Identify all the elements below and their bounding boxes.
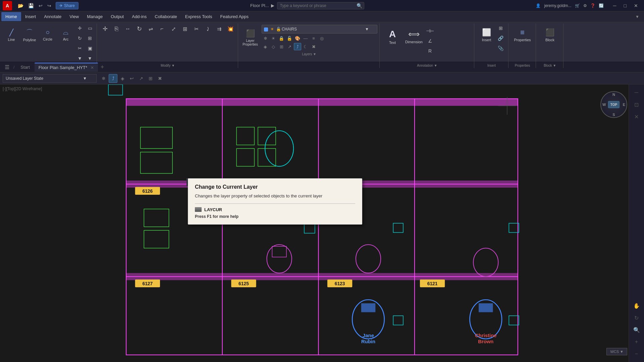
cart-icon[interactable]: 🛒 <box>575 3 580 8</box>
ls-lock-btn[interactable]: ↗ <box>137 74 146 83</box>
floor-plan-tab[interactable]: Floor Plan Sample_HYT* ✕ <box>35 63 98 72</box>
lock-layer-btn[interactable]: 🔒 <box>278 35 285 42</box>
rp-pan-btn[interactable]: ✋ <box>631 300 642 311</box>
array-btn[interactable]: ⊞ <box>179 23 190 34</box>
grid-button[interactable]: ⊞ <box>85 34 95 43</box>
insert-small-btn3[interactable]: 📎 <box>496 44 505 53</box>
off-btn[interactable]: ☾ <box>302 43 309 50</box>
rp-close-btn[interactable]: ✕ <box>631 111 642 122</box>
settings-icon[interactable]: ⚙ <box>583 3 587 8</box>
stretch-btn[interactable]: ↔ <box>122 23 133 34</box>
share-button[interactable]: ✈ Share <box>56 2 78 9</box>
ls-thaw-vp-btn[interactable]: ↩ <box>127 74 136 83</box>
maximize-button[interactable]: □ <box>621 2 630 10</box>
modify-expand[interactable]: ▼ <box>171 64 175 67</box>
annotation-expand[interactable]: ▼ <box>434 64 437 67</box>
move-button[interactable]: ✛ <box>75 23 85 33</box>
change-current-btn[interactable]: ⤴ <box>294 43 301 50</box>
line-button[interactable]: ╱ Line <box>3 23 20 46</box>
start-tab[interactable]: Start <box>16 63 34 71</box>
color-layer-btn[interactable]: 🎨 <box>294 35 301 42</box>
draw-more-button[interactable]: ▼ <box>75 54 85 63</box>
redo-button[interactable]: ↪ <box>46 2 53 9</box>
menu-express[interactable]: Express Tools <box>181 12 216 21</box>
menu-manage[interactable]: Manage <box>83 12 107 21</box>
add-tab-button[interactable]: + <box>99 63 106 72</box>
freeze-layer-btn[interactable]: ❄ <box>262 35 269 42</box>
scale-btn[interactable]: ⤢ <box>168 23 179 34</box>
ls-unlock-btn[interactable]: ⊞ <box>146 74 155 83</box>
menu-output[interactable]: Output <box>107 12 128 21</box>
unisolate-btn[interactable]: ◇ <box>270 43 277 50</box>
move-modify-btn[interactable]: ✛ <box>100 23 110 34</box>
thaw-layer-btn[interactable]: ☀ <box>270 35 277 42</box>
menu-featured[interactable]: Featured Apps <box>216 12 253 21</box>
transparency-btn[interactable]: ◎ <box>318 35 325 42</box>
dimension-button[interactable]: ⟺ Dimension <box>404 25 424 48</box>
ls-freeze-all-btn[interactable]: ❄ <box>99 74 108 83</box>
insert-button[interactable]: ⬜ Insert <box>478 23 495 46</box>
rotate-button[interactable]: ↻ <box>75 34 85 43</box>
rp-minimize-btn[interactable]: ─ <box>631 87 642 98</box>
rp-plus-btn[interactable]: + <box>631 337 642 347</box>
rp-orbit-btn[interactable]: ↻ <box>631 312 642 323</box>
wcs-button[interactable]: WCS ▼ <box>606 348 627 355</box>
match-btn[interactable]: ↗ <box>286 43 293 50</box>
open-button[interactable]: 📂 <box>16 2 25 9</box>
rp-minus-btn[interactable]: − <box>631 349 642 359</box>
extend-btn[interactable]: ⤸ <box>202 23 213 34</box>
menu-addins[interactable]: Add-ins <box>128 12 151 21</box>
block-expand[interactable]: ▼ <box>553 64 556 67</box>
dim-angular-btn[interactable]: ∠ <box>425 36 435 46</box>
ls-change-current-btn[interactable]: ⤴ <box>109 74 117 83</box>
rp-zoom-btn[interactable]: 🔍 <box>631 324 642 335</box>
hamburger-menu[interactable]: ☰ <box>3 63 11 71</box>
draw-extra-button[interactable]: ▼ <box>85 54 95 63</box>
unlock-layer-btn[interactable]: 🔓 <box>286 35 293 42</box>
rp-restore-btn[interactable]: ⊡ <box>631 99 642 110</box>
sync-icon[interactable]: 🔄 <box>599 3 604 8</box>
trim-modify-btn[interactable]: ✂ <box>191 23 202 34</box>
copy-btn[interactable]: ⎘ <box>111 23 122 34</box>
floor-plan-tab-close[interactable]: ✕ <box>91 65 94 70</box>
layer-state-dropdown[interactable]: Unsaved Layer State ▼ <box>3 74 97 83</box>
freeze-vp-btn[interactable]: ⊞ <box>278 43 285 50</box>
dim-radius-btn[interactable]: R <box>425 46 435 56</box>
layer-dropdown[interactable]: ☀ 🔓 CHAIRS ▼ <box>262 25 377 34</box>
rotate-modify-btn[interactable]: ↻ <box>134 23 145 34</box>
save-button[interactable]: 💾 <box>26 2 36 9</box>
insert-small-btn1[interactable]: ⊞ <box>496 23 505 33</box>
hatch-button[interactable]: ▣ <box>85 44 95 53</box>
insert-small-btn2[interactable]: 🔗 <box>496 34 505 43</box>
compass-top-button[interactable]: TOP <box>608 101 620 108</box>
rectangle-button[interactable]: ▭ <box>85 23 95 33</box>
explode-btn[interactable]: 💥 <box>225 23 236 34</box>
user-name[interactable]: jeremy.goldm... <box>544 3 571 8</box>
ls-freeze-vp-btn[interactable]: ◈ <box>118 74 127 83</box>
close-button[interactable]: ✕ <box>631 2 641 10</box>
menu-collaborate[interactable]: Collaborate <box>151 12 181 21</box>
layer-properties-button[interactable]: ⬛ LayerProperties <box>241 26 260 49</box>
fillet-btn[interactable]: ⌐ <box>157 23 167 34</box>
help-icon[interactable]: ❓ <box>590 3 595 8</box>
trim-button[interactable]: ✂ <box>75 44 85 53</box>
menu-view[interactable]: View <box>65 12 83 21</box>
delete-layer-btn[interactable]: ✖ <box>310 43 317 50</box>
polyline-button[interactable]: ⌒ Polyline <box>21 23 38 46</box>
properties-button[interactable]: ≡ Properties <box>514 23 531 46</box>
linetype-btn[interactable]: — <box>302 35 309 42</box>
dim-linear-btn[interactable]: ⊣⊢ <box>425 26 435 36</box>
menu-insert[interactable]: Insert <box>21 12 40 21</box>
menu-home[interactable]: Home <box>1 12 21 21</box>
menu-overflow[interactable]: ▼ <box>632 12 643 21</box>
undo-button[interactable]: ↩ <box>37 2 44 9</box>
layers-expand[interactable]: ▼ <box>313 52 316 56</box>
menu-annotate[interactable]: Annotate <box>40 12 65 21</box>
ls-delete-btn[interactable]: ✖ <box>156 74 164 83</box>
circle-button[interactable]: ○ Circle <box>39 23 56 46</box>
offset-btn[interactable]: ⇉ <box>214 23 224 34</box>
minimize-button[interactable]: ─ <box>610 2 620 10</box>
isolate-btn[interactable]: ◈ <box>262 43 269 50</box>
lineweight-btn[interactable]: ≡ <box>310 35 317 42</box>
text-button[interactable]: A Text <box>382 25 402 48</box>
